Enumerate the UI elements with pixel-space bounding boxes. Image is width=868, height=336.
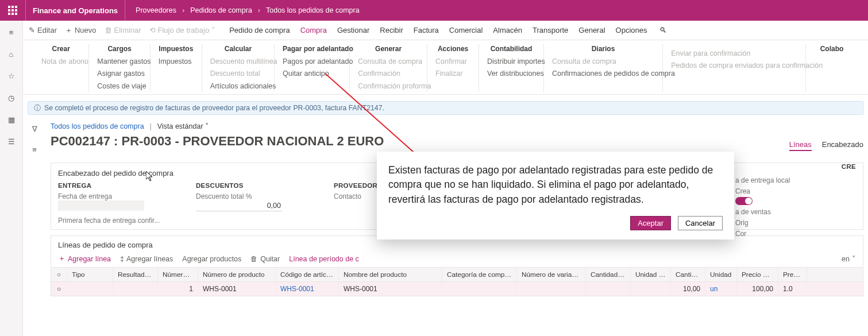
svg-rect-6 xyxy=(8,13,10,15)
col-nombre-producto[interactable]: Nombre del producto xyxy=(339,268,442,281)
list-icon[interactable]: ≡ xyxy=(28,142,41,156)
col-numero-producto[interactable]: Número de producto xyxy=(198,268,276,281)
add-line-button[interactable]: ＋Agregar línea xyxy=(58,254,111,264)
cmd-finalizar[interactable]: Finalizar xyxy=(435,68,470,79)
tab-compra[interactable]: Compra xyxy=(300,26,327,34)
search-icon[interactable]: 🔍︎ xyxy=(659,26,667,34)
view-selector[interactable]: Vista estándar ˅ xyxy=(157,122,209,130)
star-icon[interactable]: ☆ xyxy=(3,68,20,84)
edit-button[interactable]: ✎Editar xyxy=(29,26,57,34)
modules-icon[interactable]: ☰ xyxy=(3,133,20,149)
col-cantidad-pc[interactable]: Cantidad PC xyxy=(586,268,631,281)
cmd-desc-multilinea[interactable]: Descuento multilínea xyxy=(210,56,266,67)
crumb-1[interactable]: Proveedores xyxy=(136,6,176,14)
recent-icon[interactable]: ◷ xyxy=(3,90,20,106)
cmd-confirmacion[interactable]: Confirmación xyxy=(358,68,419,79)
cell-codart[interactable]: WHS-0001 xyxy=(276,282,339,296)
info-text: Se completó el proceso de registro de fa… xyxy=(44,104,384,112)
add-lines-button[interactable]: ‡Agregar líneas xyxy=(120,255,173,263)
breadcrumb: Proveedores › Pedidos de compra › Todos … xyxy=(136,6,360,14)
waffle-icon[interactable] xyxy=(5,2,21,18)
tab-gestionar[interactable]: Gestionar xyxy=(337,26,369,34)
table-row[interactable]: ○ 1 WHS-0001 WHS-0001 WHS-0001 10,00 un … xyxy=(51,282,863,296)
link-todos-pedidos[interactable]: Todos los pedidos de compra xyxy=(51,122,144,130)
col-precio-unit[interactable]: Precio unit... xyxy=(737,268,778,281)
tab-general[interactable]: General xyxy=(578,26,605,34)
topbar: Finance and Operations Proveedores › Ped… xyxy=(0,0,868,21)
cmd-enviar-conf[interactable]: Enviar para confirmación xyxy=(671,48,797,59)
chevron-right-icon: › xyxy=(182,6,184,14)
pencil-icon: ✎ xyxy=(29,26,35,34)
cmd-asignar-gastos[interactable]: Asignar gastos xyxy=(97,68,142,79)
field-label: Orig xyxy=(735,219,856,227)
cmd-quitar-anticipo[interactable]: Quitar anticipo xyxy=(283,68,341,79)
delete-button[interactable]: 🗑Eliminar xyxy=(105,26,141,34)
col-categoria[interactable]: Categoría de compras xyxy=(442,268,517,281)
workflow-button[interactable]: ⟲Flujo de trabajo ˅ xyxy=(149,26,216,34)
en-dropdown[interactable]: en ˅ xyxy=(842,254,856,263)
col-variante[interactable]: Número de variante xyxy=(517,268,586,281)
separator: | xyxy=(150,122,152,130)
svg-rect-2 xyxy=(15,6,17,8)
col-unidad-pc[interactable]: Unidad de ... xyxy=(631,268,671,281)
row-select[interactable]: ○ xyxy=(51,282,67,296)
plus-icon: ＋ xyxy=(58,254,65,264)
remove-line-button[interactable]: 🗑Quitar xyxy=(250,255,280,263)
group-header: Contabilidad xyxy=(487,45,535,53)
tab-transporte[interactable]: Transporte xyxy=(533,26,568,34)
workspaces-icon[interactable]: ▦ xyxy=(3,111,20,128)
action-bar: ✎Editar ＋Nuevo 🗑Eliminar ⟲Flujo de traba… xyxy=(23,21,868,40)
crumb-3[interactable]: Todos los pedidos de compra xyxy=(266,6,360,14)
toggle-crea[interactable] xyxy=(735,197,753,205)
add-products-button[interactable]: Agregar productos xyxy=(182,255,241,263)
col-tipo[interactable]: Tipo xyxy=(67,268,113,281)
tab-lineas[interactable]: Líneas xyxy=(789,140,812,151)
tab-opciones[interactable]: Opciones xyxy=(616,26,647,34)
cmd-impuestos[interactable]: Impuestos xyxy=(159,56,194,67)
col-select[interactable]: ○ xyxy=(51,268,67,281)
col-numero-linea[interactable]: Número d... xyxy=(158,268,198,281)
group-header: Cargos xyxy=(97,45,142,53)
cycle-icon: ⟲ xyxy=(149,26,156,34)
cmd-pagos-adelantado[interactable]: Pagos por adelantado xyxy=(283,56,341,67)
tab-almacen[interactable]: Almacén xyxy=(493,26,522,34)
cmd-ver-distribuciones[interactable]: Ver distribuciones xyxy=(487,68,535,79)
cmd-confirmacion-proforma[interactable]: Confirmación proforma xyxy=(358,81,419,92)
period-line-button[interactable]: Línea de período de c xyxy=(289,255,359,263)
tab-pedido[interactable]: Pedido de compra xyxy=(229,26,290,34)
col-codigo-articulo[interactable]: Código de artículo xyxy=(276,268,339,281)
col-resultados[interactable]: Resultados... xyxy=(113,268,158,281)
cmd-costes-viaje[interactable]: Costes de viaje xyxy=(97,81,142,92)
cmd-confirmar[interactable]: Confirmar xyxy=(435,56,470,67)
accept-button[interactable]: Aceptar xyxy=(630,216,671,230)
cmd-d-confirmaciones[interactable]: Confirmaciones de pedidos de compra xyxy=(552,68,654,79)
cmd-pedidos-enviados[interactable]: Pedidos de compra enviados para confirma… xyxy=(671,60,797,71)
tab-comercial[interactable]: Comercial xyxy=(449,26,483,34)
fecha-entrega-value[interactable] xyxy=(58,200,144,211)
col-cantidad[interactable]: Cantidad xyxy=(671,268,705,281)
cmd-articulos-adicionales[interactable]: Artículos adicionales xyxy=(210,81,266,92)
cancel-button[interactable]: Cancelar xyxy=(678,216,723,230)
col-unidad[interactable]: Unidad xyxy=(705,268,737,281)
crumb-2[interactable]: Pedidos de compra xyxy=(190,6,252,14)
menu-icon[interactable]: ≡ xyxy=(3,24,20,40)
cmd-desc-total[interactable]: Descuento total xyxy=(210,68,266,79)
cmd-distribuir[interactable]: Distribuir importes xyxy=(487,56,535,67)
col-precio-tot[interactable]: Precio... xyxy=(778,268,807,281)
tab-recibir[interactable]: Recibir xyxy=(380,26,403,34)
cell-precio: 100,00 xyxy=(737,282,778,296)
filter-icon[interactable]: ∇ xyxy=(28,122,41,136)
cell-unid[interactable]: un xyxy=(705,282,737,296)
svg-rect-3 xyxy=(8,9,10,11)
home-icon[interactable]: ⌂ xyxy=(3,46,20,62)
cmd-d-consulta[interactable]: Consulta de compra xyxy=(552,56,654,67)
cmd-nota-abono[interactable]: Nota de abono xyxy=(41,56,80,67)
cmd-consulta-compra[interactable]: Consulta de compra xyxy=(358,56,419,67)
tab-factura[interactable]: Factura xyxy=(414,26,439,34)
new-button[interactable]: ＋Nuevo xyxy=(65,25,97,36)
svg-rect-5 xyxy=(15,9,17,11)
tab-encabezado[interactable]: Encabezado xyxy=(822,140,863,151)
descuento-total-value[interactable]: 0,00 xyxy=(196,200,282,211)
cmd-mantener-gastos[interactable]: Mantener gastos xyxy=(97,56,142,67)
page-filter-rail: ∇ ≡ xyxy=(28,122,41,156)
